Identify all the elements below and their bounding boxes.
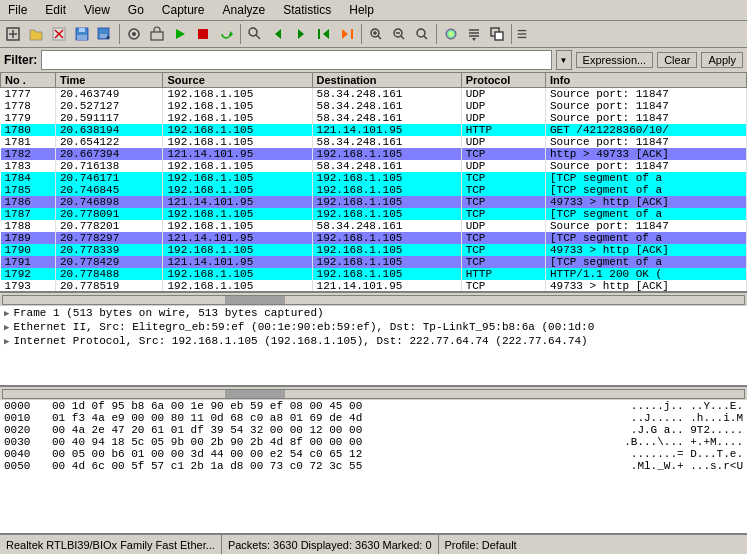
- go-first-btn[interactable]: [313, 23, 335, 45]
- detail-hscroll-track: [2, 389, 745, 399]
- apply-btn[interactable]: Apply: [701, 52, 743, 68]
- cell-time: 20.667394: [55, 148, 163, 160]
- cell-proto: UDP: [461, 136, 545, 148]
- menu-file[interactable]: File: [4, 2, 31, 18]
- col-source[interactable]: Source: [163, 73, 312, 88]
- table-row[interactable]: 179320.778519192.168.1.105121.14.101.95T…: [1, 280, 747, 292]
- table-row[interactable]: 177720.463749192.168.1.10558.34.248.161U…: [1, 88, 747, 101]
- cell-proto: TCP: [461, 232, 545, 244]
- svg-rect-8: [77, 35, 87, 40]
- menu-edit[interactable]: Edit: [41, 2, 70, 18]
- open-file-btn[interactable]: [25, 23, 47, 45]
- cell-dst: 192.168.1.105: [312, 244, 461, 256]
- find-packet-btn[interactable]: [244, 23, 266, 45]
- zoom-resize-btn[interactable]: [486, 23, 508, 45]
- detail-row[interactable]: ▶Ethernet II, Src: Elitegro_eb:59:ef (00…: [0, 320, 747, 334]
- zoom-normal-btn[interactable]: [411, 23, 433, 45]
- table-row[interactable]: 178720.778091192.168.1.105192.168.1.105T…: [1, 208, 747, 220]
- go-forward-btn[interactable]: [290, 23, 312, 45]
- zoom-out-btn[interactable]: [388, 23, 410, 45]
- hex-offset: 0040: [4, 448, 44, 460]
- cell-src: 192.168.1.105: [163, 100, 312, 112]
- save-btn[interactable]: [71, 23, 93, 45]
- filter-dropdown-btn[interactable]: ▼: [556, 50, 572, 70]
- col-time[interactable]: Time: [55, 73, 163, 88]
- cell-dst: 58.34.248.161: [312, 88, 461, 101]
- detail-hscroll[interactable]: [0, 386, 747, 400]
- packets-label: Packets: 3630 Displayed: 3630 Marked: 0: [228, 539, 432, 551]
- expand-icon[interactable]: ▶: [4, 336, 9, 347]
- table-row[interactable]: 179120.778429121.14.101.95192.168.1.105T…: [1, 256, 747, 268]
- menu-view[interactable]: View: [80, 2, 114, 18]
- cell-no: 1790: [1, 244, 56, 256]
- table-row[interactable]: 178420.746171192.168.1.105192.168.1.105T…: [1, 172, 747, 184]
- hex-offset: 0010: [4, 412, 44, 424]
- cell-no: 1780: [1, 124, 56, 136]
- table-row[interactable]: 177920.591117192.168.1.10558.34.248.161U…: [1, 112, 747, 124]
- table-row[interactable]: 178220.667394121.14.101.95192.168.1.105T…: [1, 148, 747, 160]
- filter-input[interactable]: [41, 50, 551, 70]
- table-row[interactable]: 178820.778201192.168.1.10558.34.248.161U…: [1, 220, 747, 232]
- cell-proto: TCP: [461, 208, 545, 220]
- go-last-btn[interactable]: [336, 23, 358, 45]
- cell-dst: 192.168.1.105: [312, 256, 461, 268]
- hscroll-thumb[interactable]: [225, 296, 285, 304]
- zoom-in-btn[interactable]: [365, 23, 387, 45]
- cell-src: 192.168.1.105: [163, 268, 312, 280]
- expand-icon[interactable]: ▶: [4, 322, 9, 333]
- col-info[interactable]: Info: [545, 73, 746, 88]
- cell-no: 1793: [1, 280, 56, 292]
- cell-dst: 58.34.248.161: [312, 100, 461, 112]
- expression-btn[interactable]: Expression...: [576, 52, 654, 68]
- table-row[interactable]: 179020.778339192.168.1.105192.168.1.105T…: [1, 244, 747, 256]
- cell-info: [TCP segment of a: [545, 184, 746, 196]
- col-protocol[interactable]: Protocol: [461, 73, 545, 88]
- status-profile: Profile: Default: [439, 535, 748, 554]
- menu-help[interactable]: Help: [345, 2, 378, 18]
- table-row[interactable]: 179220.778488192.168.1.105192.168.1.105H…: [1, 268, 747, 280]
- clear-btn[interactable]: Clear: [657, 52, 697, 68]
- table-row[interactable]: 178020.638194192.168.1.105121.14.101.95H…: [1, 124, 747, 136]
- cell-info: Source port: 11847: [545, 88, 746, 101]
- table-row[interactable]: 178320.716138192.168.1.10558.34.248.161U…: [1, 160, 747, 172]
- cell-time: 20.527127: [55, 100, 163, 112]
- table-row[interactable]: 178920.778297121.14.101.95192.168.1.105T…: [1, 232, 747, 244]
- packet-hscroll[interactable]: [0, 292, 747, 306]
- capture-interfaces-btn[interactable]: [123, 23, 145, 45]
- menu-statistics[interactable]: Statistics: [279, 2, 335, 18]
- more-tools-btn[interactable]: [515, 23, 529, 45]
- cell-time: 20.746845: [55, 184, 163, 196]
- new-capture-btn[interactable]: [2, 23, 24, 45]
- cell-proto: TCP: [461, 148, 545, 160]
- col-destination[interactable]: Destination: [312, 73, 461, 88]
- packet-list[interactable]: No . Time Source Destination Protocol In…: [0, 72, 747, 292]
- colorize-btn[interactable]: [440, 23, 462, 45]
- svg-line-31: [401, 36, 404, 39]
- restart-capture-btn[interactable]: [215, 23, 237, 45]
- cell-src: 121.14.101.95: [163, 256, 312, 268]
- cell-src: 192.168.1.105: [163, 184, 312, 196]
- start-capture-btn[interactable]: [169, 23, 191, 45]
- expand-icon[interactable]: ▶: [4, 308, 9, 319]
- separator-5: [511, 24, 512, 44]
- detail-row[interactable]: ▶Frame 1 (513 bytes on wire, 513 bytes c…: [0, 306, 747, 320]
- col-no[interactable]: No .: [1, 73, 56, 88]
- cell-info: 49733 > http [ACK]: [545, 196, 746, 208]
- detail-hscroll-thumb[interactable]: [225, 390, 285, 398]
- menu-capture[interactable]: Capture: [158, 2, 209, 18]
- detail-row[interactable]: ▶Internet Protocol, Src: 192.168.1.105 (…: [0, 334, 747, 348]
- table-row[interactable]: 178620.746898121.14.101.95192.168.1.105T…: [1, 196, 747, 208]
- stop-capture-btn[interactable]: [192, 23, 214, 45]
- menu-analyze[interactable]: Analyze: [219, 2, 270, 18]
- table-row[interactable]: 178520.746845192.168.1.105192.168.1.105T…: [1, 184, 747, 196]
- table-row[interactable]: 177820.527127192.168.1.10558.34.248.161U…: [1, 100, 747, 112]
- menu-go[interactable]: Go: [124, 2, 148, 18]
- hex-bytes: 00 40 94 18 5c 05 9b 00 2b 90 2b 4d 8f 0…: [52, 436, 616, 448]
- auto-scroll-btn[interactable]: [463, 23, 485, 45]
- save-as-btn[interactable]: +: [94, 23, 116, 45]
- go-back-btn[interactable]: [267, 23, 289, 45]
- close-file-btn[interactable]: [48, 23, 70, 45]
- hex-offset: 0050: [4, 460, 44, 472]
- table-row[interactable]: 178120.654122192.168.1.10558.34.248.161U…: [1, 136, 747, 148]
- capture-options-btn[interactable]: [146, 23, 168, 45]
